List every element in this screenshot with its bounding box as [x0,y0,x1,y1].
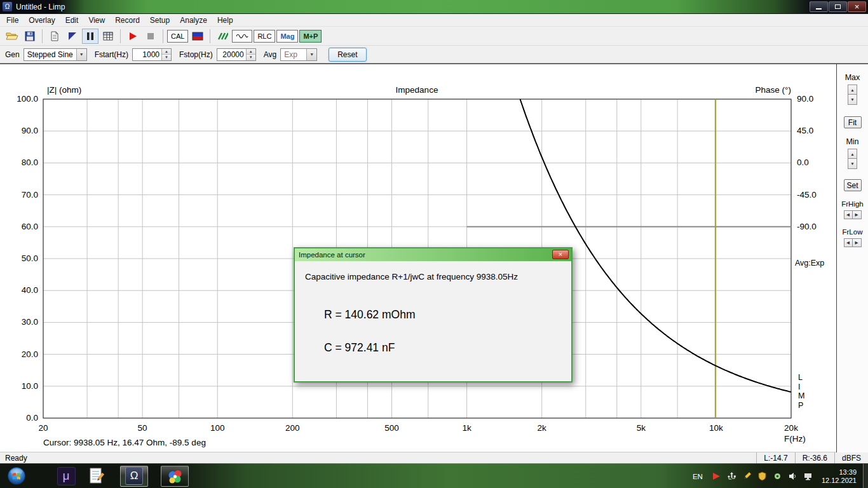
fstop-input[interactable]: 20000 ▲ ▼ [217,48,256,61]
min-up-button[interactable]: ▲ [848,149,857,159]
averaging-select[interactable]: Exp ▼ [280,48,317,61]
generator-type-value: Stepped Sine [27,50,73,59]
left-axis-title: |Z| (ohm) [47,85,81,95]
sine-icon [236,32,248,40]
left-channel-level: L:-14.7 [756,452,794,463]
generator-setup-button[interactable] [189,29,206,44]
start-orb-icon [7,466,26,485]
sine-generator-button[interactable] [232,30,252,43]
frhigh-left-button[interactable]: ◀ [844,210,853,219]
tray-usb-icon[interactable] [727,471,736,481]
mag-button[interactable]: Mag [276,30,298,43]
minimize-button[interactable] [810,1,828,12]
save-button[interactable] [22,29,38,44]
toolbar-separator [210,29,210,43]
min-down-button[interactable]: ▼ [848,159,857,169]
generator-type-select[interactable]: Stepped Sine ▼ [24,48,87,61]
mag-phase-button[interactable]: M+P [299,30,322,43]
fstart-down-button[interactable]: ▼ [162,54,171,60]
fstop-up-button[interactable]: ▲ [247,49,255,55]
table-view-button[interactable] [100,29,116,44]
pause-icon [86,32,95,41]
fstart-input[interactable]: 1000 ▲ ▼ [132,48,172,61]
impedance-at-cursor-dialog: Impedance at cursor × Capacitive impedan… [294,247,573,383]
save-icon [25,31,35,41]
chevron-down-icon: ▼ [76,49,86,60]
dialog-body: Capacitive impedance R+1/jwC at frequenc… [295,261,571,355]
tray-pencil-icon[interactable] [742,471,752,481]
set-button[interactable]: Set [844,179,862,191]
tray-monitor-icon[interactable] [803,471,813,481]
max-down-button[interactable]: ▼ [848,95,857,105]
taskbar-clock[interactable]: 13:39 12.12.2021 [822,468,857,485]
maximize-button[interactable] [829,1,847,12]
resistance-value: R = 140.62 mOhm [324,308,561,322]
chart-title: Impedance [353,85,480,95]
notepad-icon [88,467,105,485]
title-bar: Ω Untitled - Limp × [0,0,868,14]
fstart-up-button[interactable]: ▲ [162,49,171,55]
pause-button[interactable] [82,29,98,44]
generator-controls-bar: Gen Stepped Sine ▼ Fstart(Hz) 1000 ▲ ▼ F… [0,46,868,64]
toolbar-separator [120,29,121,43]
open-button[interactable] [4,29,20,44]
taskbar-limp-button[interactable]: Ω [120,466,148,487]
frlow-right-button[interactable]: ▶ [853,238,862,247]
fstop-down-button[interactable]: ▼ [247,54,255,60]
open-icon [6,31,18,41]
measurement-config-button[interactable] [214,29,231,44]
tray-gear-icon[interactable] [773,471,782,481]
fit-button[interactable]: Fit [844,116,862,128]
menu-item-analyze[interactable]: Analyze [175,15,212,26]
language-indicator[interactable]: EN [693,473,703,480]
limp-letter-p: P [798,401,804,410]
dialog-description: Capacitive impedance R+1/jwC at frequenc… [305,272,561,281]
dialog-close-button[interactable]: × [552,250,569,259]
rlc-button[interactable]: RLC [254,30,275,43]
status-bar: Ready L:-14.7 R:-36.6 dBFS [0,452,868,463]
tray-red-player-icon[interactable] [712,471,721,481]
max-up-button[interactable]: ▲ [848,85,857,95]
menu-item-record[interactable]: Record [110,15,145,26]
menu-item-edit[interactable]: Edit [60,15,84,26]
reset-button[interactable]: Reset [329,48,366,62]
capacitance-value: C = 972.41 nF [324,341,561,355]
menu-item-overlay[interactable]: Overlay [24,15,60,26]
frlow-left-button[interactable]: ◀ [844,238,853,247]
taskbar-arta-button[interactable]: μ [55,465,77,487]
frhigh-right-button[interactable]: ▶ [853,210,862,219]
close-button[interactable]: × [848,1,866,12]
limp-letter-m: M [798,391,804,401]
record-button[interactable] [125,29,141,44]
system-tray: EN 13:39 12.12.2021 [693,464,868,488]
x-axis-title: F(Hz) [784,434,806,444]
tray-shield-icon[interactable] [757,471,767,481]
fstart-label: Fstart(Hz) [95,50,128,59]
menu-item-help[interactable]: Help [212,15,238,26]
taskbar-notepad-button[interactable] [86,465,107,487]
right-channel-level: R:-36.6 [795,452,834,463]
overlay-window-button[interactable] [64,29,81,44]
minimize-icon [816,8,822,10]
dialog-title-bar[interactable]: Impedance at cursor × [295,248,571,261]
fstop-value: 20000 [217,49,246,60]
window-title: Untitled - Limp [16,3,65,11]
taskbar-paint-button[interactable] [161,466,189,487]
menu-item-setup[interactable]: Setup [145,15,175,26]
limp-omega-icon: Ω [125,467,143,485]
tray-speaker-icon[interactable] [788,471,797,481]
copy-button[interactable] [46,29,63,44]
menu-bar: FileOverlayEditViewRecordSetupAnalyzeHel… [0,14,868,27]
menu-item-file[interactable]: File [1,15,24,26]
taskbar: μ Ω EN [0,463,868,488]
min-label: Min [846,137,858,146]
toolbar-separator [163,29,163,43]
gen-label: Gen [5,50,20,59]
limp-letter-l: L [798,373,804,383]
menu-item-view[interactable]: View [83,15,110,26]
fstop-label: Fstop(Hz) [179,50,213,59]
start-button[interactable] [7,466,26,485]
calibrate-button[interactable]: CAL [167,30,188,43]
stop-button[interactable] [142,29,159,44]
show-desktop-button[interactable] [863,464,868,488]
